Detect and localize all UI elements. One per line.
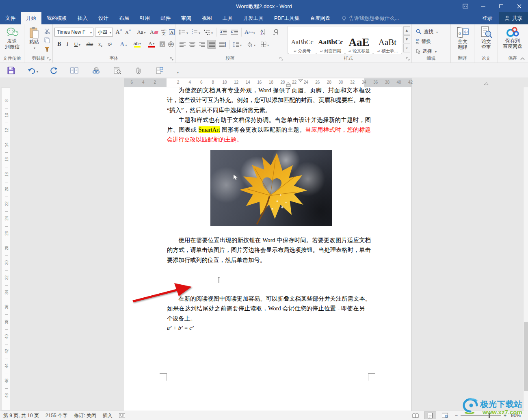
bold-button[interactable]: B bbox=[55, 40, 63, 49]
share-button[interactable]: 共享 bbox=[499, 12, 528, 24]
leaf-image[interactable] bbox=[210, 150, 332, 226]
borders-dropdown-icon[interactable] bbox=[266, 41, 269, 48]
superscript-button[interactable]: x² bbox=[105, 40, 114, 49]
font-name-dropdown-icon[interactable] bbox=[89, 29, 92, 35]
font-size-combo[interactable]: 小四 bbox=[95, 28, 113, 37]
document-page[interactable]: 为使您的文档具有专业外观，Word 提供了页眉、页脚、封面和文本框设计，这些设计… bbox=[124, 87, 412, 411]
redo-button[interactable] bbox=[48, 65, 60, 76]
select-button[interactable]: 选择 bbox=[416, 47, 437, 56]
text-effects-button[interactable]: A bbox=[117, 40, 130, 49]
character-shading-button[interactable]: A bbox=[158, 40, 167, 49]
zoom-out-button[interactable]: − bbox=[455, 413, 458, 418]
numbering-button[interactable] bbox=[190, 28, 201, 37]
find-button[interactable]: 查找 bbox=[416, 27, 438, 36]
tab-pdf-tools[interactable]: PDF工具集 bbox=[269, 12, 305, 24]
word-count[interactable]: 2155 个字 bbox=[45, 412, 67, 419]
undo-button[interactable] bbox=[24, 65, 41, 76]
vertical-ruler[interactable]: 8101214161820222426283032343638404244464… bbox=[1, 87, 10, 411]
style-card-2[interactable]: AaBbCc 封面日期 bbox=[317, 29, 344, 54]
collapse-ribbon-icon[interactable] bbox=[520, 57, 525, 60]
show-marks-button[interactable] bbox=[270, 28, 281, 37]
change-case-dropdown-icon[interactable] bbox=[143, 29, 146, 35]
full-text-translate-button[interactable]: a 中 全文 翻译 bbox=[452, 26, 473, 50]
line-spacing-button[interactable] bbox=[231, 40, 243, 49]
align-right-button[interactable] bbox=[197, 40, 206, 49]
clear-formatting-button[interactable]: A bbox=[149, 28, 158, 37]
tab-references[interactable]: 引用 bbox=[134, 12, 155, 24]
attachment-button[interactable] bbox=[132, 65, 145, 76]
tab-mailings[interactable]: 邮件 bbox=[155, 12, 176, 24]
qat-customize-icon[interactable] bbox=[176, 68, 179, 75]
multilevel-list-button[interactable] bbox=[202, 28, 214, 37]
paragraph-block-2[interactable]: 使用在需要位置出现的新按钮在 Word 中保存时间。若要更改图片适应文档的方式，… bbox=[167, 235, 371, 265]
tab-view[interactable]: 视图 bbox=[197, 12, 217, 24]
font-dialog-launcher-icon[interactable] bbox=[170, 57, 174, 61]
undo-dropdown-icon[interactable] bbox=[36, 67, 38, 74]
copy-button[interactable] bbox=[43, 37, 51, 44]
paste-button[interactable]: 粘贴 bbox=[26, 27, 42, 50]
horizontal-ruler[interactable]: 6422468101214161820222426283032343638404… bbox=[124, 78, 412, 87]
replace-button[interactable]: ab ac 替换 bbox=[416, 37, 431, 46]
character-scaling-button[interactable]: A bbox=[243, 28, 257, 37]
save-to-baidu-pan-button[interactable]: 保存到 百度网盘 bbox=[500, 26, 525, 49]
print-preview-button[interactable] bbox=[111, 65, 123, 76]
tab-home[interactable]: 开始 bbox=[21, 12, 41, 24]
distribute-button[interactable] bbox=[217, 40, 228, 49]
clipboard-dialog-launcher-icon[interactable] bbox=[47, 57, 51, 61]
style-card-1[interactable]: AaBbCc 分类号 bbox=[289, 29, 316, 54]
phonetic-guide-button[interactable]: wén 文 bbox=[159, 28, 168, 37]
tab-insert[interactable]: 插入 bbox=[72, 12, 93, 24]
thesis-check-button[interactable]: 论文 查重 bbox=[476, 26, 496, 50]
sort-button[interactable]: AZ bbox=[258, 28, 268, 37]
character-border-button[interactable]: A bbox=[168, 28, 175, 37]
styles-scroll-up-icon[interactable]: ▲ bbox=[403, 26, 410, 35]
numbering-dropdown-icon[interactable] bbox=[198, 28, 200, 36]
keyboard-icon[interactable] bbox=[119, 413, 125, 418]
shading-button[interactable] bbox=[245, 40, 257, 49]
italic-button[interactable]: I bbox=[64, 40, 71, 49]
insert-page-button[interactable] bbox=[154, 65, 166, 76]
font-name-combo[interactable]: Times New F bbox=[54, 28, 93, 37]
first-line-indent-marker[interactable] bbox=[298, 79, 303, 82]
strikethrough-button[interactable]: abc bbox=[84, 40, 95, 49]
paragraph-1[interactable]: 为使您的文档具有专业外观，Word 提供了页眉、页脚、封面和文本框设计，这些设计… bbox=[167, 87, 371, 115]
align-center-button[interactable] bbox=[188, 40, 197, 49]
underline-button[interactable]: U bbox=[71, 40, 83, 49]
page-indicator[interactable]: 第 9 页, 共 10 页 bbox=[3, 412, 39, 419]
scrollbar-thumb[interactable] bbox=[524, 322, 528, 391]
bullets-button[interactable] bbox=[178, 28, 189, 37]
minimize-button[interactable] bbox=[474, 0, 492, 12]
highlight-color-button[interactable]: ab bbox=[131, 40, 144, 49]
paragraph-4[interactable]: 在新的阅读视图中阅读更加容易。可以折叠文档某些部分并关注所需文本。如果在达到结尾… bbox=[167, 294, 371, 323]
text-effects-dropdown-icon[interactable] bbox=[124, 41, 127, 48]
cut-button[interactable] bbox=[43, 28, 51, 35]
hyperlink-button[interactable] bbox=[90, 65, 102, 76]
multilevel-dropdown-icon[interactable] bbox=[210, 28, 213, 36]
close-button[interactable] bbox=[510, 0, 528, 12]
styles-scroll-down-icon[interactable]: ▼ bbox=[403, 35, 410, 44]
sign-in-button[interactable]: 登录 bbox=[476, 12, 499, 24]
paragraph-dialog-launcher-icon[interactable] bbox=[279, 57, 283, 61]
font-size-dropdown-icon[interactable] bbox=[109, 29, 111, 35]
tell-me-box[interactable]: 告诉我您想要做什么... bbox=[342, 12, 399, 24]
paragraph-block-3[interactable]: 在新的阅读视图中阅读更加容易。可以折叠文档某些部分并关注所需文本。如果在达到结尾… bbox=[167, 294, 371, 333]
right-indent-marker[interactable] bbox=[484, 82, 489, 87]
font-color-dropdown-icon[interactable] bbox=[152, 41, 154, 46]
decrease-indent-button[interactable] bbox=[218, 28, 228, 37]
format-painter-button[interactable] bbox=[43, 45, 51, 53]
left-indent-marker[interactable] bbox=[286, 82, 291, 87]
style-card-3[interactable]: AaE 论文标题 bbox=[346, 29, 372, 54]
tab-tools[interactable]: 工具 bbox=[217, 12, 238, 24]
bullets-dropdown-icon[interactable] bbox=[186, 28, 188, 36]
style-card-4[interactable]: AaBt 硕士学... bbox=[374, 29, 401, 54]
line-spacing-dropdown-icon[interactable] bbox=[239, 41, 242, 48]
subscript-button[interactable]: x₂ bbox=[96, 40, 105, 49]
equation[interactable]: a² + b² = c² bbox=[167, 323, 371, 333]
paragraph-block-1[interactable]: 为使您的文档具有专业外观，Word 提供了页眉、页脚、封面和文本框设计，这些设计… bbox=[167, 87, 371, 145]
insert-mode[interactable]: 插入 bbox=[103, 412, 113, 419]
web-layout-button[interactable] bbox=[439, 411, 451, 419]
change-case-button[interactable]: Aa bbox=[135, 28, 148, 37]
track-changes-status[interactable]: 修订: 关闭 bbox=[74, 412, 96, 419]
tab-baidu-pan[interactable]: 百度网盘 bbox=[305, 12, 336, 24]
vertical-scrollbar[interactable] bbox=[523, 78, 528, 411]
